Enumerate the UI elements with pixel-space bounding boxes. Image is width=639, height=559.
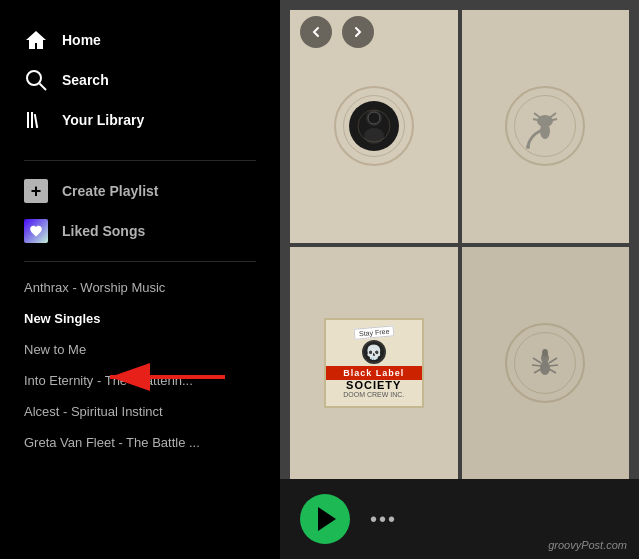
play-button[interactable]: [300, 494, 350, 544]
create-playlist-icon: +: [24, 179, 48, 203]
svg-point-13: [526, 145, 530, 149]
watermark: groovyPost.com: [548, 539, 627, 551]
svg-line-21: [533, 358, 541, 363]
svg-line-23: [534, 369, 541, 373]
more-options-button[interactable]: •••: [370, 508, 397, 531]
playlist-item-into-eternity[interactable]: Into Eternity - The Scatterin...: [0, 365, 280, 396]
sidebar-item-library[interactable]: Your Library: [0, 100, 280, 140]
home-label: Home: [62, 32, 101, 48]
create-playlist-label: Create Playlist: [62, 183, 159, 199]
bls-sign: Stay Free: [353, 326, 394, 340]
bls-label: Stay Free 💀 Black Label SOCIETY DOOM CRE…: [324, 318, 424, 408]
bls-tagline: DOOM CREW INC.: [343, 391, 404, 398]
album-tile-2: [462, 10, 630, 243]
player-bar: ••• groovyPost.com: [280, 479, 639, 559]
forward-button[interactable]: [342, 16, 374, 48]
search-label: Search: [62, 72, 109, 88]
liked-songs-item[interactable]: Liked Songs: [0, 211, 280, 251]
skull-icon: 💀: [362, 340, 386, 364]
liked-songs-icon: [24, 219, 48, 243]
svg-rect-3: [31, 112, 33, 128]
bls-brand1: Black Label: [326, 366, 422, 380]
svg-line-1: [40, 84, 47, 91]
svg-line-25: [549, 365, 558, 366]
liked-songs-label: Liked Songs: [62, 223, 145, 239]
sidebar-item-search[interactable]: Search: [0, 60, 280, 100]
bls-brand2: SOCIETY: [346, 380, 401, 391]
back-button[interactable]: [300, 16, 332, 48]
library-icon: [24, 108, 48, 132]
playlist-item-anthrax[interactable]: Anthrax - Worship Music: [0, 272, 280, 303]
svg-point-20: [542, 349, 548, 357]
playlist-item-alcest[interactable]: Alcest - Spiritual Instinct: [0, 396, 280, 427]
svg-line-24: [549, 358, 557, 363]
sidebar-top-nav: Home Search Your Library: [0, 0, 280, 150]
insect-icon: [525, 343, 565, 383]
library-label: Your Library: [62, 112, 144, 128]
svg-line-22: [532, 365, 541, 366]
playlist-item-new-singles[interactable]: New Singles: [0, 303, 280, 334]
playlist-list: Anthrax - Worship Music New Singles New …: [0, 272, 280, 559]
sidebar: Home Search Your Library: [0, 0, 280, 559]
sun-decoration-1: [334, 86, 414, 166]
scorpion-icon: [520, 101, 570, 151]
svg-rect-4: [34, 114, 38, 128]
sidebar-item-home[interactable]: Home: [0, 20, 280, 60]
svg-point-0: [27, 71, 41, 85]
nav-divider: [24, 160, 256, 161]
top-controls: [280, 0, 394, 64]
svg-rect-2: [27, 112, 29, 128]
create-playlist-item[interactable]: + Create Playlist: [0, 171, 280, 211]
album-grid: Stay Free 💀 Black Label SOCIETY DOOM CRE…: [290, 10, 629, 479]
playlist-item-greta[interactable]: Greta Van Fleet - The Battle ...: [0, 427, 280, 458]
search-icon: [24, 68, 48, 92]
action-divider: [24, 261, 256, 262]
playlist-item-new-to-me[interactable]: New to Me: [0, 334, 280, 365]
album-tile-4: [462, 247, 630, 480]
svg-point-19: [540, 361, 550, 375]
album-tile-3: Stay Free 💀 Black Label SOCIETY DOOM CRE…: [290, 247, 458, 480]
main-content: Stay Free 💀 Black Label SOCIETY DOOM CRE…: [280, 0, 639, 559]
svg-line-26: [549, 369, 556, 373]
home-icon: [24, 28, 48, 52]
